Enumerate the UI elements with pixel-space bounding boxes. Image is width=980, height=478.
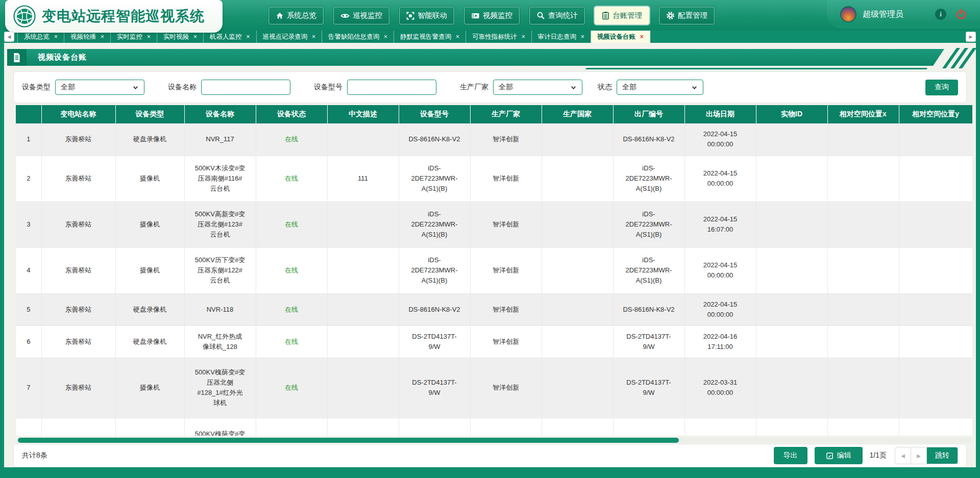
tab-video-device-ledger[interactable]: 视频设备台账× [591, 31, 650, 43]
device-model-input[interactable] [347, 80, 436, 95]
tab-label: 可靠性指标统计 [472, 33, 517, 41]
column-header: 设备类型 [115, 105, 184, 123]
manufacturer-label: 生产厂家 [460, 83, 488, 92]
table-cell: 东善桥站 [41, 123, 115, 156]
gear-icon [666, 11, 675, 20]
close-icon[interactable]: × [101, 34, 104, 40]
close-icon[interactable]: × [456, 34, 459, 40]
close-icon[interactable]: × [247, 34, 250, 40]
tab-audit-log-query[interactable]: 审计日志查询× [532, 31, 591, 43]
column-header: 生产国家 [542, 105, 613, 123]
table-row[interactable]: 5东善桥站硬盘录像机NVR-118在线DS-8616N-K8-V2智洋创新DS-… [16, 293, 972, 325]
table-cell [470, 418, 542, 436]
table-row[interactable]: 1东善桥站硬盘录像机NVR_117在线DS-8616N-K8-V2智洋创新DS-… [16, 123, 972, 156]
table-row[interactable]: 3东善桥站摄像机500KV高新变#变压器北侧#123#云台机在线iDS-2DE7… [16, 202, 972, 247]
edit-label: 编辑 [837, 451, 851, 460]
info-icon[interactable]: i [935, 9, 946, 20]
status-select[interactable]: 全部 [617, 80, 703, 95]
table-cell [542, 123, 613, 156]
table-cell: 智洋创新 [470, 123, 542, 156]
deco-stripe [959, 48, 976, 68]
nav-smart-linkage[interactable]: 智能联动 [399, 7, 454, 24]
edit-button[interactable]: 编辑 [815, 447, 863, 464]
column-header: 设备型号 [399, 105, 470, 123]
table-cell: DS-2TD4137T-9/W [613, 358, 684, 418]
manufacturer-select[interactable]: 全部 [493, 80, 582, 95]
logo-panel: 变电站远程智能巡视系统 [5, 0, 223, 33]
close-icon[interactable]: × [581, 34, 584, 40]
device-name-label: 设备名称 [168, 83, 197, 92]
tab-scroll-left-icon[interactable]: ◀ [4, 32, 14, 42]
device-model-label: 设备型号 [314, 83, 342, 92]
table-row[interactable]: 500KV槐荫变#变 [16, 418, 972, 436]
next-page-icon[interactable]: ▶ [911, 447, 927, 464]
content-area: 视频设备台账 设备类型 全部 设备名称 设备型号 生产厂家 全部 状态 全部 查… [4, 43, 976, 467]
table-row[interactable]: 4东善桥站摄像机500KV历下变#变压器东侧#122#云台机在线iDS-2DE7… [16, 247, 972, 293]
table-cell: 东善桥站 [41, 202, 115, 247]
nav-patrol-monitor[interactable]: 巡视监控 [333, 7, 389, 24]
device-type-value: 全部 [61, 83, 132, 92]
table-cell: 硬盘录像机 [115, 325, 184, 358]
close-icon[interactable]: × [640, 34, 644, 40]
close-icon[interactable]: × [54, 34, 58, 40]
device-type-select[interactable]: 全部 [55, 80, 144, 95]
linkage-icon [406, 12, 414, 20]
table-cell [899, 202, 972, 247]
jump-button[interactable]: 跳转 [927, 447, 958, 464]
close-icon[interactable]: × [312, 34, 315, 40]
table-cell [327, 202, 399, 247]
table-cell [256, 418, 327, 436]
close-icon[interactable]: × [522, 34, 525, 40]
close-icon[interactable]: × [193, 34, 197, 40]
table-cell: 2 [16, 156, 41, 202]
export-button[interactable]: 导出 [774, 447, 807, 464]
table-row[interactable]: 7东善桥站摄像机500KV槐荫变#变压器北侧#128_1#红外光球机在线DS-2… [16, 358, 972, 418]
user-panel: 超级管理员 i [827, 0, 980, 29]
column-header: 变电站名称 [41, 105, 115, 123]
column-header: 设备名称 [184, 105, 256, 123]
nav-system-overview[interactable]: 系统总览 [268, 7, 324, 24]
table-cell: 东善桥站 [41, 247, 115, 293]
table-cell: 东善桥站 [41, 156, 115, 202]
table-cell: 2022-04-15 16:07:00 [684, 202, 756, 247]
table-cell [115, 418, 184, 436]
nav-buttons: 系统总览巡视监控智能联动视频监控查询统计台账管理配置管理 [268, 7, 715, 24]
tab-scroll-right-icon[interactable]: ▶ [966, 32, 976, 42]
table-cell: 2022-04-15 00:00:00 [684, 123, 756, 156]
nav-config-management[interactable]: 配置管理 [659, 7, 715, 24]
table-row[interactable]: 6东善桥站硬盘录像机NVR_红外热成像球机_128在线DS-2TD4137T-9… [16, 325, 972, 358]
table-cell [542, 418, 613, 436]
close-icon[interactable]: × [147, 34, 151, 40]
tab-reliability-stats[interactable]: 可靠性指标统计× [466, 31, 532, 43]
tab-label: 机器人监控 [210, 33, 242, 41]
tab-silent-alarm-query[interactable]: 静默监视告警查询× [394, 31, 466, 43]
video-icon [471, 12, 480, 20]
tab-label: 静默监视告警查询 [400, 33, 451, 41]
table-cell: DS-2TD4137T-9/W [613, 325, 684, 358]
device-name-input[interactable] [201, 80, 290, 95]
tab-patrol-record-query[interactable]: 巡视点记录查询× [257, 31, 323, 43]
table-cell: DS-8616N-K8-V2 [613, 293, 684, 325]
prev-page-icon[interactable]: ◀ [895, 447, 911, 464]
column-header: 生产厂家 [470, 105, 542, 123]
nav-video-monitor[interactable]: 视频监控 [464, 7, 520, 24]
table-cell [827, 418, 899, 436]
table-cell: NVR-118 [184, 293, 256, 325]
table-cell: 在线 [256, 202, 327, 247]
table-cell [327, 293, 399, 325]
table-cell [542, 325, 613, 358]
table-cell [542, 202, 613, 247]
state-grid-logo-icon [13, 5, 36, 28]
nav-query-stats[interactable]: 查询统计 [529, 7, 585, 24]
scrollbar-thumb[interactable] [18, 438, 679, 443]
tab-alarm-defect-query[interactable]: 告警缺陷信息查询× [322, 31, 394, 43]
search-button[interactable]: 查询 [925, 80, 958, 95]
table-row[interactable]: 2东善桥站摄像机500KV木渎变#变压器南侧#116#云台机在线111iDS-2… [16, 156, 972, 202]
nav-label: 配置管理 [678, 11, 707, 20]
nav-ledger-management[interactable]: 台账管理 [595, 7, 649, 24]
table-cell [899, 156, 972, 202]
power-icon[interactable] [955, 9, 967, 20]
table-cell [327, 325, 399, 358]
edit-icon [826, 452, 834, 460]
close-icon[interactable]: × [384, 34, 387, 40]
